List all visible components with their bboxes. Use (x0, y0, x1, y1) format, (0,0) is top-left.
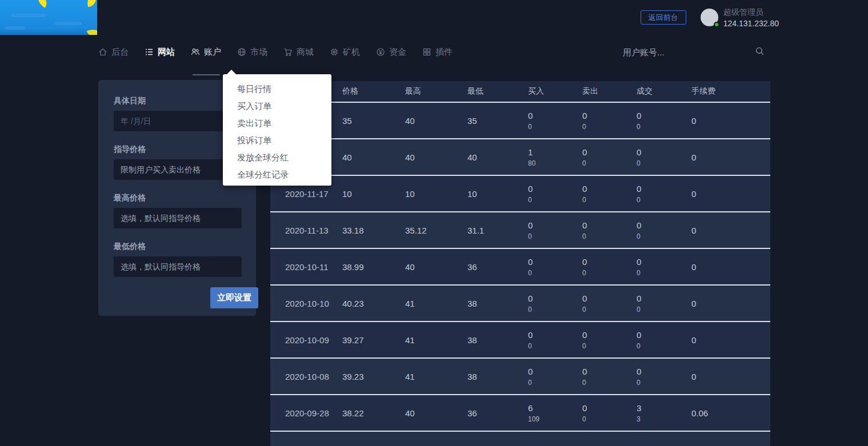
plugin-icon (422, 47, 431, 57)
cell-low: 31.1 (467, 212, 528, 248)
cell-fee: 0 (691, 102, 770, 139)
nav-item-label: 账户 (204, 47, 221, 58)
cell-high: 41 (405, 358, 467, 395)
back-to-front-button[interactable]: 返回前台 (641, 10, 686, 25)
cell-price: 40 (342, 139, 405, 175)
cart-icon (283, 47, 293, 57)
search-input[interactable] (622, 47, 750, 58)
cell-price: 39.23 (342, 358, 405, 395)
table-row: 2020-10-11 38.99 40 36 00 00 00 0 (270, 248, 770, 285)
user-role-label: 超级管理员 (723, 6, 779, 18)
cell-date: 2020-10-09 (270, 322, 342, 358)
cell-high: 41 (405, 322, 467, 358)
cell-deal: 00 (637, 322, 691, 358)
min-price-input[interactable] (114, 256, 242, 277)
cell-fee: 0 (691, 139, 770, 175)
logo-leaf-decoration (86, 0, 97, 7)
table-row: 2020-10-10 40.23 41 38 00 00 00 0 (270, 285, 770, 322)
cell-date: 2020-10-11 (270, 248, 342, 285)
cell-date (270, 431, 342, 446)
col-header-buy: 买入 (528, 81, 582, 102)
coin-icon (376, 47, 385, 57)
cell-low: 36 (467, 395, 528, 431)
cell-date: 2020-11-13 (270, 212, 342, 248)
nav-item-miner[interactable]: 矿机 (330, 47, 360, 58)
cell-low: 35 (467, 102, 528, 139)
set-now-button[interactable]: 立即设置 (210, 287, 258, 308)
max-price-input[interactable] (114, 208, 242, 228)
nav-item-label: 商城 (297, 47, 314, 58)
cell-fee (691, 431, 770, 446)
cell-buy: 00 (528, 285, 582, 322)
nav-item-label: 资金 (389, 47, 406, 58)
cell-low: 38 (467, 285, 528, 322)
avatar[interactable] (701, 9, 718, 26)
cell-high: 40 (405, 139, 467, 175)
cell-buy: 00 (528, 102, 582, 139)
nav-item-backend[interactable]: 后台 (98, 47, 129, 58)
cell-price: 35 (342, 102, 405, 139)
cell-buy: 00 (528, 248, 582, 285)
globe-icon (237, 47, 246, 57)
cell-sell: 00 (582, 139, 637, 175)
nav-item-accounts[interactable]: 账户 (191, 47, 221, 58)
menu-item-dividend-records[interactable]: 全球分红记录 (223, 166, 331, 183)
nav-item-label: 插件 (435, 47, 453, 58)
cell-date: 2020-09-28 (270, 395, 342, 431)
cell-buy (528, 431, 582, 446)
cell-low (467, 431, 528, 446)
logo-streak-decoration (54, 22, 82, 25)
menu-item-daily-market[interactable]: 每日行情 (223, 81, 331, 98)
user-ip-label: 124.131.232.80 (723, 18, 779, 29)
cell-sell: 00 (582, 395, 637, 431)
table-row: 35 40 35 00 00 00 0 (270, 102, 770, 139)
table-header-row: 价格 最高 最低 买入 卖出 成交 手续费 (270, 81, 770, 102)
cell-date: 2020-10-10 (270, 285, 342, 322)
cell-high: 35.12 (405, 212, 467, 248)
cell-sell (582, 431, 637, 446)
chip-icon (330, 47, 339, 57)
cell-buy: 00 (528, 175, 582, 212)
cell-low: 40 (467, 139, 528, 175)
nav-item-website[interactable]: 网站 (145, 47, 175, 58)
menu-item-distribute-dividend[interactable]: 发放全球分红 (223, 149, 331, 166)
cell-high: 40 (405, 102, 467, 139)
cell-price: 10 (342, 175, 405, 212)
online-status-dot (714, 22, 719, 27)
nav-item-mall[interactable]: 商城 (283, 47, 314, 58)
cell-sell: 00 (582, 285, 637, 322)
col-header-fee: 手续费 (691, 81, 770, 102)
nav-item-plugins[interactable]: 插件 (422, 47, 453, 58)
top-bar: 返回前台 超级管理员 124.131.232.80 (0, 0, 868, 35)
col-header-sell: 卖出 (582, 81, 637, 102)
cell-deal: 00 (637, 102, 691, 139)
user-meta: 超级管理员 124.131.232.80 (723, 6, 779, 29)
nav-item-label: 市场 (250, 47, 267, 58)
cell-deal: 00 (637, 212, 691, 248)
market-table-body: 35 40 35 00 00 00 0 40 40 40 180 00 00 0… (270, 102, 770, 446)
cell-fee: 0 (691, 322, 770, 358)
nav-item-funds[interactable]: 资金 (376, 47, 406, 58)
cell-high (405, 431, 467, 446)
table-row: 2020-11-17 10 10 10 00 00 00 0 (270, 175, 770, 212)
cell-sell: 00 (582, 358, 637, 395)
cell-fee: 0 (691, 248, 770, 285)
nav-item-label: 后台 (111, 47, 129, 58)
menu-item-buy-orders[interactable]: 买入订单 (223, 98, 331, 115)
cell-high: 10 (405, 175, 467, 212)
site-logo[interactable] (0, 0, 97, 35)
list-icon (145, 47, 154, 57)
menu-item-complaint-orders[interactable]: 投诉订单 (223, 132, 331, 149)
menu-item-sell-orders[interactable]: 卖出订单 (223, 115, 331, 132)
cell-deal: 33 (637, 395, 691, 431)
cell-deal: 00 (637, 175, 691, 212)
cell-price: 38.22 (342, 395, 405, 431)
admin-dashboard: 返回前台 超级管理员 124.131.232.80 后台 网站 账户 市场 (0, 0, 868, 446)
cell-low: 38 (467, 322, 528, 358)
cell-price (342, 431, 405, 446)
search-icon[interactable] (755, 46, 765, 58)
cell-fee: 0 (691, 358, 770, 395)
cell-high: 41 (405, 285, 467, 322)
nav-item-market[interactable]: 市场 (237, 47, 267, 58)
cell-price: 33.18 (342, 212, 405, 248)
